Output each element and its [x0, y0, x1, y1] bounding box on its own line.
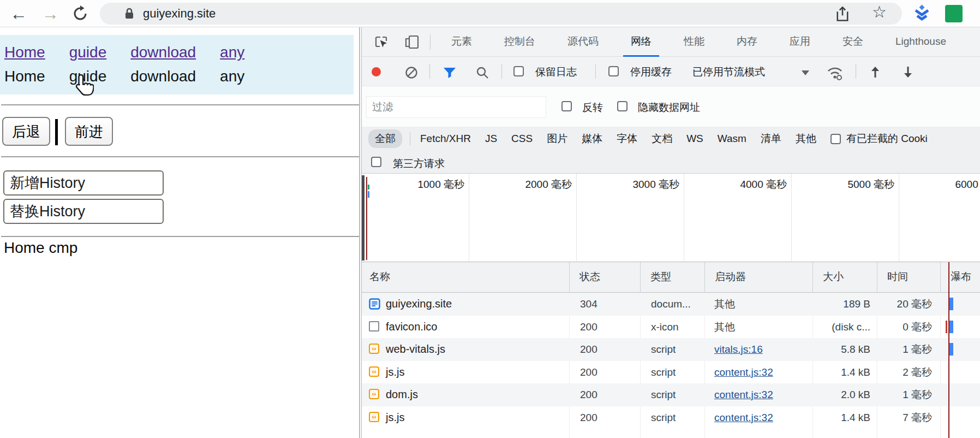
web-page: Homeguidedownloadany Homeguidedownloadan…: [0, 27, 360, 438]
tab-memory[interactable]: 内存: [729, 27, 765, 57]
nav-text-home[interactable]: Home: [4, 68, 45, 85]
request-status: 200: [580, 316, 597, 339]
back-history-button[interactable]: 后退: [2, 117, 50, 146]
tab-elements[interactable]: 元素: [444, 27, 480, 57]
forward-history-button[interactable]: 前进: [65, 117, 113, 146]
nav-block: Homeguidedownloadany Homeguidedownloadan…: [0, 35, 354, 94]
filter-font[interactable]: 字体: [617, 132, 637, 146]
invert-checkbox[interactable]: [561, 101, 572, 112]
filter-css[interactable]: CSS: [511, 133, 533, 145]
filter-img[interactable]: 图片: [547, 132, 567, 146]
request-status: 200: [580, 338, 597, 361]
request-table-header: 名称状态类型启动器大小时间瀑布: [362, 262, 980, 293]
back-icon[interactable]: ←: [10, 1, 27, 26]
filter-other[interactable]: 其他: [796, 132, 816, 146]
device-toolbar-icon[interactable]: [404, 34, 420, 52]
filter-manifest[interactable]: 清单: [761, 132, 781, 146]
network-conditions-icon[interactable]: [826, 64, 844, 83]
divider: [1, 156, 359, 157]
network-request-row[interactable]: ‹›js.js200scriptcontent.js:321.4 kB2 毫秒: [362, 361, 980, 384]
record-button[interactable]: [372, 67, 381, 76]
add-history-button[interactable]: 新增History: [3, 170, 164, 196]
export-har-icon[interactable]: [901, 65, 915, 81]
request-time: 0 毫秒: [903, 316, 932, 339]
search-icon[interactable]: [475, 66, 489, 82]
network-request-row[interactable]: guiyexing.site304docum...其他189 B20 毫秒: [362, 293, 980, 316]
throttling-dropdown[interactable]: 已停用节流模式: [692, 65, 765, 79]
clear-icon[interactable]: [404, 66, 419, 82]
tab-performance[interactable]: 性能: [676, 27, 712, 57]
bookmark-star-icon[interactable]: ☆: [872, 5, 887, 19]
preserve-log-checkbox[interactable]: [513, 66, 524, 77]
filter-all[interactable]: 全部: [368, 129, 402, 148]
column-name[interactable]: 名称: [362, 262, 569, 293]
filter-wasm[interactable]: Wasm: [718, 133, 746, 145]
tab-network[interactable]: 网络: [623, 27, 659, 57]
waterfall-bar: [949, 298, 953, 310]
request-initiator[interactable]: content.js:32: [714, 383, 773, 406]
screenshot-root: ← → guiyexing.site ☆ Home: [0, 0, 980, 438]
filter-doc[interactable]: 文档: [652, 132, 672, 146]
url-text: guiyexing.site: [143, 7, 216, 21]
extension-chevrons-icon[interactable]: [912, 4, 931, 25]
filter-input[interactable]: 过滤: [366, 96, 546, 118]
hide-data-urls-checkbox[interactable]: [617, 101, 628, 112]
column-waterfall[interactable]: 瀑布: [940, 262, 980, 293]
tab-application[interactable]: 应用: [782, 27, 818, 57]
import-har-icon[interactable]: [868, 65, 882, 81]
hide-data-urls-label: 隐藏数据网址: [638, 100, 700, 115]
nav-link-download[interactable]: download: [130, 44, 196, 61]
tab-security[interactable]: 安全: [835, 27, 871, 57]
nav-link-any[interactable]: any: [220, 44, 244, 61]
timeline-scrub-handle[interactable]: [362, 175, 364, 261]
filter-fetch-xhr[interactable]: Fetch/XHR: [420, 133, 471, 145]
column-time[interactable]: 时间: [877, 262, 940, 293]
nav-link-guide[interactable]: guide: [69, 44, 107, 61]
tab-console[interactable]: 控制台: [497, 27, 543, 57]
column-initiator[interactable]: 启动器: [704, 262, 812, 293]
divider: [1, 104, 359, 105]
column-status[interactable]: 状态: [569, 262, 640, 293]
network-request-row[interactable]: favicon.ico200x-icon其他(disk c...0 毫秒: [362, 316, 980, 339]
column-size[interactable]: 大小: [812, 262, 877, 293]
share-icon[interactable]: [835, 6, 850, 25]
filter-media[interactable]: 媒体: [582, 132, 602, 146]
request-size: (disk c...: [832, 316, 870, 339]
request-initiator[interactable]: content.js:32: [714, 361, 773, 384]
address-bar[interactable]: guiyexing.site ☆: [100, 3, 902, 25]
nav-text-any[interactable]: any: [220, 68, 244, 85]
third-party-checkbox[interactable]: [371, 157, 381, 168]
column-type[interactable]: 类型: [640, 262, 704, 293]
extension-green-icon[interactable]: [945, 5, 963, 22]
timeline-label: 5000 毫秒: [792, 174, 899, 262]
replace-history-button[interactable]: 替换History: [3, 199, 164, 224]
request-time: 1 毫秒: [903, 338, 932, 361]
request-size: 1.4 kB: [841, 406, 870, 429]
network-request-row[interactable]: ‹›js.js200scriptcontent.js:321.4 kB7 毫秒: [362, 406, 980, 429]
tab-lighthouse[interactable]: Lighthouse: [888, 27, 954, 57]
chevron-down-icon[interactable]: [802, 70, 809, 75]
separator: [410, 132, 410, 145]
blocked-cookies-checkbox[interactable]: [830, 134, 841, 144]
reload-icon[interactable]: [72, 3, 88, 28]
timeline-overview[interactable]: 1000 毫秒2000 毫秒3000 毫秒4000 毫秒5000 毫秒6000 …: [362, 174, 980, 262]
forward-icon[interactable]: →: [41, 1, 59, 26]
filter-ws[interactable]: WS: [686, 133, 703, 145]
inspect-element-icon[interactable]: [374, 34, 389, 52]
tab-sources[interactable]: 源代码: [560, 27, 606, 57]
separator: [501, 64, 502, 79]
third-party-row: 第三方请求: [362, 151, 980, 174]
filter-js[interactable]: JS: [485, 133, 497, 145]
filter-funnel-icon[interactable]: [443, 66, 457, 82]
separator: [856, 64, 856, 79]
network-request-row[interactable]: ‹›dom.js200scriptcontent.js:322.0 kB1 毫秒: [362, 383, 980, 406]
nav-text-download[interactable]: download: [130, 68, 196, 85]
network-request-row[interactable]: ‹›web-vitals.js200scriptvitals.js:165.8 …: [362, 338, 980, 361]
nav-link-home[interactable]: Home: [4, 44, 45, 61]
request-initiator[interactable]: content.js:32: [714, 406, 773, 429]
request-initiator[interactable]: vitals.js:16: [714, 338, 763, 361]
timeline-label: 2000 毫秒: [469, 174, 577, 262]
request-name: web-vitals.js: [386, 338, 445, 361]
request-type: docum...: [651, 293, 691, 316]
disable-cache-checkbox[interactable]: [608, 66, 619, 77]
